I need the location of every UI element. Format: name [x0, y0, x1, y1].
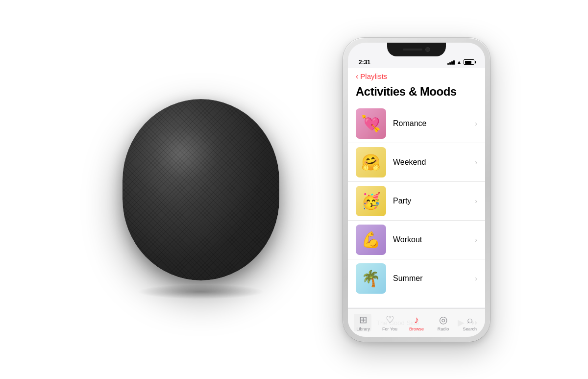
notch-camera — [425, 47, 430, 52]
playlist-name-party: Party — [393, 197, 411, 205]
playlist-arrow-summer: › — [475, 275, 477, 282]
tab-browse[interactable]: ♪ Browse — [403, 314, 430, 331]
playlist-arrow-party: › — [475, 197, 477, 205]
playlist-item-workout[interactable]: 💪 Workout › — [348, 221, 485, 259]
library-label: Library — [356, 327, 370, 331]
playlist-item-weekend[interactable]: 🤗 Weekend › — [348, 143, 485, 182]
homepod-body — [122, 99, 279, 280]
playlist-name-workout: Workout — [393, 235, 422, 244]
workout-emoji: 💪 — [361, 230, 381, 249]
iphone-frame: 2:31 ▲ — [343, 38, 490, 342]
tab-for-you[interactable]: ♡ For You — [376, 314, 403, 331]
iphone-wrapper: 2:31 ▲ — [343, 38, 490, 342]
homepod-highlight — [154, 126, 217, 180]
romance-emoji: 💘 — [361, 114, 381, 133]
back-label[interactable]: Playlists — [360, 72, 387, 80]
weekend-emoji: 🤗 — [361, 153, 381, 172]
notch — [387, 43, 446, 56]
tab-library[interactable]: ⊞ Library — [350, 314, 376, 331]
playlist-thumb-summer: 🌴 — [356, 263, 386, 294]
homepod-shadow — [137, 284, 265, 299]
for-you-icon: ♡ — [386, 314, 394, 326]
for-you-label: For You — [382, 327, 397, 331]
browse-icon: ♪ — [414, 314, 419, 326]
back-chevron-icon: ‹ — [356, 72, 358, 81]
playlist-item-summer[interactable]: 🌴 Summer › — [348, 259, 485, 298]
playlist-arrow-weekend: › — [475, 158, 477, 166]
status-time: 2:31 — [359, 59, 370, 66]
homepod-mesh — [122, 99, 279, 280]
radio-label: Radio — [438, 327, 449, 331]
playlist-thumb-romance: 💘 — [356, 108, 386, 139]
homepod-container — [98, 62, 304, 317]
back-nav[interactable]: ‹ Playlists — [348, 68, 485, 83]
library-icon: ⊞ — [359, 314, 368, 326]
search-icon: ⌕ — [467, 314, 473, 326]
status-icons: ▲ — [447, 59, 474, 65]
radio-icon: ◎ — [439, 314, 447, 326]
wifi-icon: ▲ — [457, 59, 462, 65]
summer-emoji: 🌴 — [361, 269, 381, 288]
playlist-item-romance[interactable]: 💘 Romance › — [348, 104, 485, 143]
tab-bar: ⊞ Library ♡ For You ♪ Browse ◎ Radio — [348, 308, 485, 337]
party-emoji: 🥳 — [361, 192, 381, 210]
playlist-name-romance: Romance — [393, 119, 426, 128]
playlist-item-party[interactable]: 🥳 Party › — [348, 182, 485, 221]
tab-radio[interactable]: ◎ Radio — [430, 314, 456, 331]
iphone-screen: 2:31 ▲ — [348, 43, 485, 337]
playlist-name-weekend: Weekend — [393, 158, 426, 167]
playlist-thumb-weekend: 🤗 — [356, 147, 386, 177]
app-content: ‹ Playlists Activities & Moods 💘 Romance… — [348, 68, 485, 307]
page-title: Activities & Moods — [348, 83, 485, 104]
browse-label: Browse — [409, 327, 424, 331]
homepod — [122, 99, 279, 280]
playlist-list: 💘 Romance › 🤗 Weekend › — [348, 104, 485, 298]
playlist-name-summer: Summer — [393, 274, 422, 283]
tab-search[interactable]: ⌕ Search — [457, 314, 483, 331]
battery-icon — [464, 59, 474, 65]
playlist-arrow-romance: › — [475, 120, 477, 127]
signal-bars-icon — [447, 60, 455, 65]
search-label: Search — [463, 327, 477, 331]
battery-fill — [465, 61, 472, 64]
scene: 2:31 ▲ — [0, 0, 588, 379]
playlist-thumb-workout: 💪 — [356, 225, 386, 255]
status-bar: 2:31 ▲ — [348, 56, 485, 68]
playlist-thumb-party: 🥳 — [356, 186, 386, 216]
playlist-arrow-workout: › — [475, 236, 477, 244]
notch-speaker — [403, 49, 422, 51]
